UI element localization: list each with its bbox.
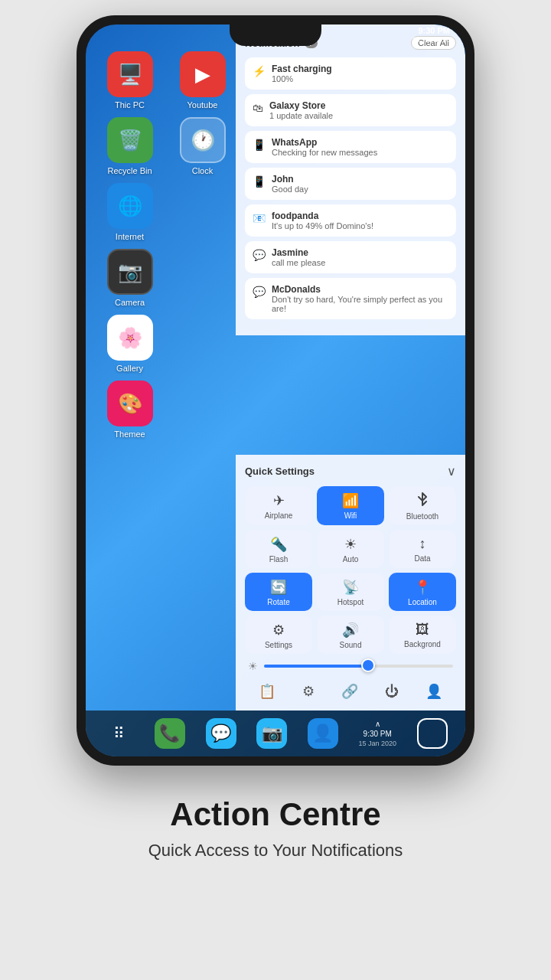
qs-bluetooth[interactable]: Bluetooth bbox=[389, 486, 456, 525]
app-internet[interactable]: 🌐 Internet bbox=[97, 183, 162, 241]
quick-settings-collapse-icon[interactable]: ∨ bbox=[447, 464, 456, 479]
qs-flash-label: Flash bbox=[269, 555, 288, 564]
notif-mcdonalds-icon: 💬 bbox=[253, 286, 266, 298]
app-clock-icon: 🕐 bbox=[180, 117, 226, 163]
flash-icon: 🔦 bbox=[270, 536, 287, 553]
qs-action-cast[interactable]: 🔗 bbox=[341, 683, 358, 700]
notif-whatsapp-content: WhatsApp Checking for new messages bbox=[272, 137, 377, 157]
notch bbox=[230, 24, 321, 46]
status-time: 9:30 PM 15 Jan 2020 bbox=[412, 26, 450, 44]
app-themee-icon: 🎨 bbox=[107, 381, 153, 426]
dock-messages-icon[interactable]: 💬 bbox=[206, 718, 236, 749]
app-gallery-icon: 🌸 bbox=[107, 315, 153, 361]
notification-panel: Notification 7 Clear All ⚡ Fast charging… bbox=[236, 24, 465, 335]
dock-phone-icon[interactable]: 📞 bbox=[155, 718, 185, 749]
app-internet-icon: 🌐 bbox=[107, 183, 153, 229]
app-thic-pc[interactable]: 🖥️ Thic PC bbox=[97, 51, 162, 109]
qs-data[interactable]: ↕ Data bbox=[389, 530, 456, 568]
dock-status: ∧ 9:30 PM 15 Jan 2020 bbox=[358, 720, 396, 747]
qs-action-screenshot[interactable]: 📋 bbox=[259, 683, 276, 700]
sound-icon: 🔊 bbox=[342, 622, 359, 639]
qs-action-power[interactable]: ⏻ bbox=[385, 684, 399, 700]
notif-john-content: John Good day bbox=[272, 174, 308, 194]
home-app-column-left: 🖥️ Thic PC 🗑️ Recycle Bin 🌐 Internet bbox=[97, 51, 162, 439]
app-themee[interactable]: 🎨 Themee bbox=[97, 381, 162, 439]
qs-airplane-label: Airplane bbox=[265, 511, 293, 520]
qs-sound-label: Sound bbox=[340, 641, 362, 649]
qs-sound[interactable]: 🔊 Sound bbox=[317, 616, 384, 654]
notif-whatsapp-icon: 📱 bbox=[253, 139, 266, 151]
qs-bluetooth-label: Bluetooth bbox=[406, 512, 439, 521]
notif-galaxy-store[interactable]: 🛍 Galaxy Store 1 update availale bbox=[245, 94, 456, 126]
qs-location-label: Location bbox=[408, 598, 437, 606]
qs-action-user[interactable]: 👤 bbox=[425, 683, 442, 700]
app-camera[interactable]: 📷 Camera bbox=[97, 249, 162, 307]
qs-settings-label: Settings bbox=[265, 641, 292, 649]
app-camera-icon: 📷 bbox=[107, 249, 153, 295]
dock-camera-icon[interactable]: 📷 bbox=[256, 718, 287, 749]
qs-data-label: Data bbox=[414, 554, 430, 563]
headline: Action Centre bbox=[170, 796, 380, 833]
notif-jasmine-icon: 💬 bbox=[253, 249, 266, 261]
qs-flash[interactable]: 🔦 Flash bbox=[245, 530, 312, 568]
app-themee-label: Themee bbox=[114, 430, 145, 439]
app-thic-pc-icon: 🖥️ bbox=[107, 51, 153, 97]
notif-fast-charging[interactable]: ⚡ Fast charging 100% bbox=[245, 57, 456, 90]
app-thic-pc-label: Thic PC bbox=[115, 100, 145, 109]
app-youtube-label: Youtube bbox=[187, 100, 218, 109]
qs-action-settings[interactable]: ⚙ bbox=[302, 683, 315, 700]
app-internet-label: Internet bbox=[116, 232, 144, 241]
qs-wifi[interactable]: 📶 Wifi bbox=[317, 486, 384, 525]
brightness-row: ☀ bbox=[245, 660, 456, 672]
app-recycle-bin-icon: 🗑️ bbox=[107, 117, 153, 163]
app-gallery-label: Gallery bbox=[116, 364, 143, 373]
brightness-fill bbox=[264, 665, 368, 668]
qs-location[interactable]: 📍 Location bbox=[389, 573, 456, 611]
notif-foodpanda-icon: 📧 bbox=[253, 212, 266, 224]
notif-jasmine[interactable]: 💬 Jasmine call me please bbox=[245, 241, 456, 273]
background-icon: 🖼 bbox=[416, 622, 429, 638]
settings-icon: ⚙ bbox=[272, 622, 285, 639]
quick-settings-actions: 📋 ⚙ 🔗 ⏻ 👤 bbox=[245, 678, 456, 701]
qs-rotate[interactable]: 🔄 Rotate bbox=[245, 573, 312, 611]
app-camera-label: Camera bbox=[115, 298, 145, 307]
qs-background[interactable]: 🖼 Backgrond bbox=[389, 616, 456, 654]
app-clock[interactable]: 🕐 Clock bbox=[170, 117, 235, 175]
qs-settings[interactable]: ⚙ Settings bbox=[245, 616, 312, 654]
brightness-thumb bbox=[361, 658, 375, 672]
quick-settings-header: Quick Settings ∨ bbox=[245, 464, 456, 479]
app-youtube[interactable]: ▶ Youtube bbox=[170, 51, 235, 109]
notif-galaxy-store-content: Galaxy Store 1 update availale bbox=[269, 100, 333, 120]
app-gallery[interactable]: 🌸 Gallery bbox=[97, 315, 162, 373]
app-recycle-bin-label: Recycle Bin bbox=[107, 166, 152, 175]
notif-mcdonalds-content: McDonalds Don't try so hard, You're simp… bbox=[272, 284, 448, 313]
hotspot-icon: 📡 bbox=[342, 579, 359, 596]
qs-rotate-label: Rotate bbox=[267, 598, 289, 606]
phone-frame: 9:30 PM 15 Jan 2020 🖥️ Thic PC 🗑️ Recycl… bbox=[77, 15, 474, 766]
data-icon: ↕ bbox=[419, 536, 426, 552]
notif-fast-charging-content: Fast charging 100% bbox=[272, 64, 332, 83]
bluetooth-icon bbox=[417, 492, 428, 510]
notif-mcdonalds[interactable]: 💬 McDonalds Don't try so hard, You're si… bbox=[245, 278, 456, 319]
notif-foodpanda-content: foodpanda It's up to 49% off Domino's! bbox=[272, 211, 373, 230]
notif-foodpanda[interactable]: 📧 foodpanda It's up to 49% off Domino's! bbox=[245, 204, 456, 237]
qs-background-label: Backgrond bbox=[404, 640, 441, 648]
qs-auto[interactable]: ☀ Auto bbox=[317, 530, 384, 568]
dock-recent-apps-icon[interactable] bbox=[417, 718, 448, 749]
dock-apps-icon[interactable]: ⠿ bbox=[103, 718, 134, 749]
home-app-column-right: ▶ Youtube 🕐 Clock bbox=[170, 51, 235, 175]
rotate-icon: 🔄 bbox=[270, 579, 287, 596]
qs-hotspot[interactable]: 📡 Hotspot bbox=[317, 573, 384, 611]
brightness-slider[interactable] bbox=[264, 665, 453, 668]
dock-contacts-icon[interactable]: 👤 bbox=[308, 718, 338, 749]
wifi-icon: 📶 bbox=[342, 492, 359, 509]
notif-john[interactable]: 📱 John Good day bbox=[245, 168, 456, 200]
notif-whatsapp[interactable]: 📱 WhatsApp Checking for new messages bbox=[245, 131, 456, 163]
app-recycle-bin[interactable]: 🗑️ Recycle Bin bbox=[97, 117, 162, 175]
qs-airplane[interactable]: ✈ Airplane bbox=[245, 486, 312, 525]
qs-wifi-label: Wifi bbox=[344, 511, 357, 520]
app-clock-label: Clock bbox=[192, 166, 214, 175]
bottom-section: Action Centre Quick Access to Your Notif… bbox=[0, 766, 551, 884]
location-icon: 📍 bbox=[414, 579, 431, 596]
subheadline: Quick Access to Your Notifications bbox=[148, 841, 403, 861]
